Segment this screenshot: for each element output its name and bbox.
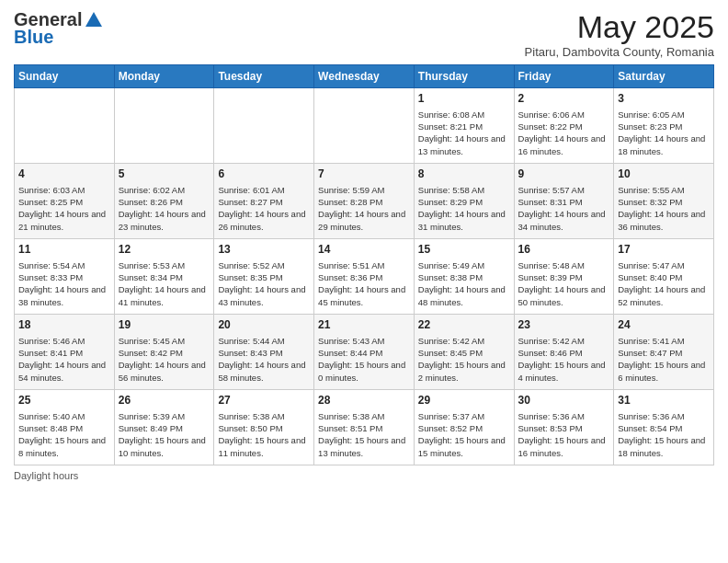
header-cell-saturday: Saturday xyxy=(614,65,714,88)
day-info: Sunset: 8:45 PM xyxy=(418,347,510,359)
day-info: Daylight: 15 hours and 15 minutes. xyxy=(418,434,510,459)
day-info: Sunrise: 5:59 AM xyxy=(318,184,410,196)
day-info: Sunset: 8:54 PM xyxy=(618,422,710,434)
day-cell: 26Sunrise: 5:39 AMSunset: 8:49 PMDayligh… xyxy=(114,390,214,465)
day-info: Sunrise: 6:06 AM xyxy=(518,109,610,121)
day-cell: 5Sunrise: 6:02 AMSunset: 8:26 PMDaylight… xyxy=(114,164,214,239)
header-cell-friday: Friday xyxy=(514,65,614,88)
day-info: Sunrise: 5:55 AM xyxy=(618,184,710,196)
day-info: Sunset: 8:50 PM xyxy=(218,422,310,434)
day-info: Sunrise: 5:44 AM xyxy=(218,335,310,347)
day-number: 4 xyxy=(18,167,110,182)
day-info: Sunset: 8:38 PM xyxy=(418,271,510,283)
day-number: 21 xyxy=(318,317,410,333)
day-info: Sunset: 8:40 PM xyxy=(618,271,710,283)
svg-marker-0 xyxy=(85,12,102,27)
day-cell xyxy=(214,88,314,164)
day-info: Daylight: 14 hours and 23 minutes. xyxy=(119,208,210,233)
day-number: 1 xyxy=(418,91,510,107)
day-info: Sunrise: 5:46 AM xyxy=(18,335,110,347)
day-info: Daylight: 14 hours and 16 minutes. xyxy=(518,132,610,157)
day-number: 3 xyxy=(618,91,710,107)
day-info: Sunrise: 6:03 AM xyxy=(18,184,110,196)
day-cell: 9Sunrise: 5:57 AMSunset: 8:31 PMDaylight… xyxy=(514,164,614,239)
day-number: 29 xyxy=(418,393,510,408)
calendar-body: 1Sunrise: 6:08 AMSunset: 8:21 PMDaylight… xyxy=(15,88,714,465)
day-info: Sunset: 8:48 PM xyxy=(18,422,110,434)
day-info: Sunrise: 5:36 AM xyxy=(618,410,710,422)
week-row-4: 18Sunrise: 5:46 AMSunset: 8:41 PMDayligh… xyxy=(15,315,714,390)
day-number: 2 xyxy=(518,91,610,107)
day-cell: 25Sunrise: 5:40 AMSunset: 8:48 PMDayligh… xyxy=(15,390,115,465)
day-info: Daylight: 14 hours and 26 minutes. xyxy=(218,208,310,233)
day-number: 7 xyxy=(318,167,410,182)
day-number: 14 xyxy=(318,242,410,258)
day-cell: 28Sunrise: 5:38 AMSunset: 8:51 PMDayligh… xyxy=(314,390,415,465)
day-info: Sunrise: 6:01 AM xyxy=(218,184,310,196)
day-info: Sunrise: 5:43 AM xyxy=(318,335,410,347)
title-section: May 2025 Pitaru, Dambovita County, Roman… xyxy=(525,9,714,59)
day-cell: 14Sunrise: 5:51 AMSunset: 8:36 PMDayligh… xyxy=(314,239,415,315)
week-row-2: 4Sunrise: 6:03 AMSunset: 8:25 PMDaylight… xyxy=(15,164,714,239)
day-cell: 21Sunrise: 5:43 AMSunset: 8:44 PMDayligh… xyxy=(314,315,415,390)
day-number: 28 xyxy=(318,393,410,408)
day-cell: 7Sunrise: 5:59 AMSunset: 8:28 PMDaylight… xyxy=(314,164,415,239)
day-cell: 20Sunrise: 5:44 AMSunset: 8:43 PMDayligh… xyxy=(214,315,314,390)
day-info: Sunrise: 5:41 AM xyxy=(618,335,710,347)
day-number: 8 xyxy=(418,167,510,182)
day-info: Daylight: 14 hours and 50 minutes. xyxy=(518,283,610,308)
day-info: Sunset: 8:44 PM xyxy=(318,347,410,359)
day-info: Sunrise: 5:58 AM xyxy=(418,184,510,196)
calendar-header: SundayMondayTuesdayWednesdayThursdayFrid… xyxy=(15,65,714,88)
day-info: Sunrise: 5:48 AM xyxy=(518,259,610,271)
day-info: Sunset: 8:33 PM xyxy=(18,271,110,283)
day-info: Sunset: 8:43 PM xyxy=(218,347,310,359)
day-number: 16 xyxy=(518,242,610,258)
day-info: Sunset: 8:21 PM xyxy=(418,121,510,132)
day-cell: 31Sunrise: 5:36 AMSunset: 8:54 PMDayligh… xyxy=(614,390,714,465)
header-cell-tuesday: Tuesday xyxy=(214,65,314,88)
day-info: Sunset: 8:31 PM xyxy=(518,196,610,208)
day-info: Daylight: 14 hours and 48 minutes. xyxy=(418,283,510,308)
day-info: Daylight: 15 hours and 8 minutes. xyxy=(18,434,110,459)
logo-blue-text: Blue xyxy=(14,27,53,48)
week-row-5: 25Sunrise: 5:40 AMSunset: 8:48 PMDayligh… xyxy=(15,390,714,465)
header-cell-wednesday: Wednesday xyxy=(314,65,415,88)
header: General Blue May 2025 Pitaru, Dambovita … xyxy=(14,9,714,59)
day-cell: 24Sunrise: 5:41 AMSunset: 8:47 PMDayligh… xyxy=(614,315,714,390)
day-cell: 2Sunrise: 6:06 AMSunset: 8:22 PMDaylight… xyxy=(514,88,614,164)
day-info: Sunset: 8:29 PM xyxy=(418,196,510,208)
day-cell: 10Sunrise: 5:55 AMSunset: 8:32 PMDayligh… xyxy=(614,164,714,239)
day-info: Sunrise: 6:05 AM xyxy=(618,109,710,121)
day-number: 31 xyxy=(618,393,710,408)
day-info: Sunrise: 5:39 AM xyxy=(119,410,210,422)
header-cell-thursday: Thursday xyxy=(414,65,514,88)
day-number: 11 xyxy=(18,242,110,258)
day-info: Sunrise: 5:57 AM xyxy=(518,184,610,196)
week-row-1: 1Sunrise: 6:08 AMSunset: 8:21 PMDaylight… xyxy=(15,88,714,164)
day-info: Daylight: 14 hours and 52 minutes. xyxy=(618,283,710,308)
header-cell-monday: Monday xyxy=(114,65,214,88)
day-info: Daylight: 15 hours and 10 minutes. xyxy=(119,434,210,459)
day-info: Sunrise: 5:47 AM xyxy=(618,259,710,271)
day-info: Daylight: 14 hours and 21 minutes. xyxy=(18,208,110,233)
calendar-table: SundayMondayTuesdayWednesdayThursdayFrid… xyxy=(14,64,714,465)
day-info: Sunset: 8:42 PM xyxy=(119,347,210,359)
day-info: Sunset: 8:22 PM xyxy=(518,121,610,132)
day-info: Daylight: 14 hours and 54 minutes. xyxy=(18,359,110,384)
day-cell: 12Sunrise: 5:53 AMSunset: 8:34 PMDayligh… xyxy=(114,239,214,315)
day-info: Daylight: 14 hours and 43 minutes. xyxy=(218,283,310,308)
day-info: Sunrise: 5:38 AM xyxy=(318,410,410,422)
day-cell xyxy=(114,88,214,164)
day-info: Sunset: 8:47 PM xyxy=(618,347,710,359)
day-info: Daylight: 15 hours and 0 minutes. xyxy=(318,359,410,384)
day-info: Daylight: 14 hours and 18 minutes. xyxy=(618,132,710,157)
day-number: 23 xyxy=(518,317,610,333)
day-cell: 22Sunrise: 5:42 AMSunset: 8:45 PMDayligh… xyxy=(414,315,514,390)
page: General Blue May 2025 Pitaru, Dambovita … xyxy=(0,0,728,563)
day-info: Sunrise: 5:45 AM xyxy=(119,335,210,347)
day-cell xyxy=(314,88,415,164)
day-info: Sunset: 8:28 PM xyxy=(318,196,410,208)
day-info: Sunset: 8:27 PM xyxy=(218,196,310,208)
day-info: Daylight: 15 hours and 18 minutes. xyxy=(618,434,710,459)
